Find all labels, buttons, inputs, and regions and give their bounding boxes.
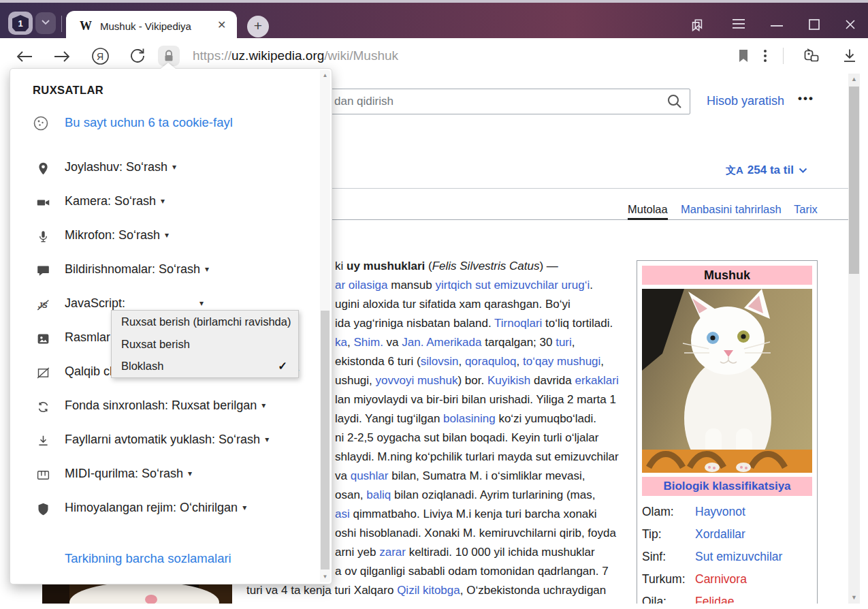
reload-button[interactable]: [129, 47, 146, 67]
article-link[interactable]: turi: [556, 336, 572, 349]
article-link[interactable]: ar oilasiga: [335, 279, 388, 292]
panel-scroll-down-icon[interactable]: ▼: [320, 572, 330, 582]
permission-value-dropdown[interactable]: Soʻrash: [114, 194, 156, 208]
side-panels-button[interactable]: [690, 18, 705, 33]
header-divider: [259, 188, 848, 189]
classification-value-link[interactable]: Sut emizuvchilar: [695, 550, 782, 563]
panel-scroll-up-icon[interactable]: ▲: [320, 70, 330, 81]
browser-menu-button[interactable]: [731, 18, 746, 30]
search-icon[interactable]: [666, 93, 683, 112]
tab-group-count-badge: 1: [12, 15, 29, 31]
article-text: qimmatbaho. Liviya M.i kenja turi barcha…: [350, 507, 597, 520]
caret-down-icon[interactable]: ▾: [172, 162, 176, 172]
permission-value-dropdown[interactable]: Soʻrash: [219, 433, 260, 446]
article-line: shlaydi. M.ning koʻpchilik turlari mayda…: [335, 448, 619, 467]
article-text: ) bor.: [457, 374, 487, 387]
article-link[interactable]: ka: [335, 336, 347, 349]
caret-down-icon[interactable]: ▾: [261, 401, 266, 410]
cookies-link[interactable]: Bu sayt uchun 6 ta cookie-fayl: [65, 115, 233, 130]
article-link[interactable]: erkaklari: [575, 374, 618, 387]
permission-value-dropdown[interactable]: Soʻrash: [118, 228, 160, 242]
create-account-link[interactable]: Hisob yaratish: [707, 94, 784, 108]
permission-value-dropdown[interactable]: Soʻrash: [142, 467, 183, 480]
article-link[interactable]: zarar: [379, 546, 406, 559]
caret-down-icon[interactable]: ▾: [161, 196, 165, 206]
article-text: va: [383, 336, 402, 349]
tab-group-chevron-button[interactable]: [35, 12, 56, 34]
article-link[interactable]: silovsin: [421, 355, 459, 368]
article-link[interactable]: Qizil kitobga: [397, 584, 460, 597]
permission-value-dropdown[interactable]: Oʻchirilgan: [180, 501, 238, 514]
caret-down-icon[interactable]: ▾: [199, 298, 204, 308]
classification-label: Tip:: [642, 523, 695, 546]
tab-group-chip[interactable]: 1: [8, 12, 33, 35]
forward-button[interactable]: [53, 49, 71, 67]
tab-mushuk-vikipediya[interactable]: W Mushuk - Vikipediya ✕: [66, 11, 237, 41]
classification-value-link[interactable]: Carnivora: [695, 572, 747, 586]
javascript-permission-menu: Ruxsat berish (birlamchi ravishda)Ruxsat…: [111, 310, 299, 378]
classification-value-link[interactable]: Xordalilar: [695, 527, 745, 541]
user-menu-more-button[interactable]: •••: [798, 92, 814, 106]
back-button[interactable]: [16, 49, 33, 67]
article-link[interactable]: toʻqay mushugi: [523, 355, 600, 368]
extensions-button[interactable]: [802, 47, 821, 67]
article-line: lan miyovlaydi va bir-biri bilan urishad…: [335, 390, 616, 409]
article-line: arni yeb zarar keltiradi. 10 000 yil ich…: [335, 543, 595, 562]
permission-value-dropdown[interactable]: Soʻrash: [126, 160, 167, 174]
yandex-search-button[interactable]: Я: [91, 47, 110, 68]
close-window-button[interactable]: [843, 18, 857, 31]
classification-row: Tip:Xordalilar: [642, 523, 812, 546]
permission-value-dropdown[interactable]: Ruxsat berilgan: [172, 399, 257, 412]
address-bar-menu-button[interactable]: [763, 48, 767, 66]
panel-scrollbar-thumb[interactable]: [321, 311, 329, 569]
article-link[interactable]: yovvoyi mushuk: [376, 374, 458, 387]
classification-value-link[interactable]: Felidae: [695, 595, 734, 604]
minimize-button[interactable]: [769, 25, 784, 27]
article-link[interactable]: baliq: [366, 488, 391, 501]
menu-item[interactable]: Bloklash✓: [112, 355, 298, 377]
article-link[interactable]: Tirnoqlari: [494, 317, 542, 330]
scroll-up-icon[interactable]: ▲: [848, 74, 860, 85]
article-link[interactable]: qoraquloq: [465, 355, 517, 368]
tab-close-icon[interactable]: ✕: [217, 18, 226, 31]
permission-value-dropdown[interactable]: Soʻrash: [159, 262, 200, 276]
location-icon: [36, 161, 51, 176]
search-input[interactable]: [315, 89, 690, 114]
view-tab-mutolaa[interactable]: Mutolaa: [628, 203, 668, 216]
view-tab-manbasini-tahrirlash[interactable]: Manbasini tahrirlash: [681, 203, 782, 216]
article-link[interactable]: bolasining: [443, 412, 496, 425]
panel-scrollbar[interactable]: ▲ ▼: [320, 70, 330, 582]
new-tab-button[interactable]: +: [247, 16, 269, 37]
all-content-settings-link[interactable]: Tarkibning barcha sozlamalari: [65, 551, 231, 566]
article-link[interactable]: qushlar: [351, 469, 389, 482]
classification-label: Sinf:: [642, 546, 695, 568]
article-link[interactable]: Jan. Amerikada: [402, 336, 481, 349]
maximize-button[interactable]: [807, 18, 821, 31]
view-tab-tarix[interactable]: Tarix: [794, 203, 818, 216]
article-link[interactable]: Kuyikish: [487, 374, 530, 387]
kitten-photo: [642, 289, 812, 473]
tab-title: Mushuk - Vikipediya: [100, 20, 191, 32]
bookmark-button[interactable]: [737, 48, 750, 66]
language-selector[interactable]: 文A254 ta til: [726, 163, 807, 177]
classification-value-link[interactable]: Hayvonot: [695, 505, 745, 518]
caret-down-icon[interactable]: ▾: [205, 264, 209, 274]
caret-down-icon[interactable]: ▾: [265, 435, 269, 444]
address-bar[interactable]: https://uz.wikipedia.org/wiki/Mushuk: [193, 48, 398, 63]
article-link[interactable]: Shim.: [353, 336, 383, 349]
downloads-button[interactable]: [841, 48, 858, 67]
panel-title: RUXSATLAR: [33, 84, 103, 97]
caret-down-icon[interactable]: ▾: [165, 230, 169, 240]
article-text: ,: [458, 355, 464, 368]
menu-item[interactable]: Ruxsat berish: [112, 333, 298, 355]
scroll-down-icon[interactable]: ▼: [848, 592, 860, 604]
article-text: oshi hisoblanadi. Xonaki M. kemiruvchila…: [335, 527, 616, 540]
menu-item[interactable]: Ruxsat berish (birlamchi ravishda): [112, 311, 298, 332]
article-link[interactable]: yirtqich sut emizuvchilar urugʻi: [435, 279, 590, 292]
caret-down-icon[interactable]: ▾: [188, 469, 192, 478]
page-scrollbar-thumb[interactable]: [849, 87, 859, 274]
article-link[interactable]: asi: [335, 507, 350, 520]
article-link[interactable]: Xonaki: [526, 603, 562, 604]
page-scrollbar[interactable]: ▲ ▼: [848, 74, 860, 604]
caret-down-icon[interactable]: ▾: [242, 503, 246, 512]
